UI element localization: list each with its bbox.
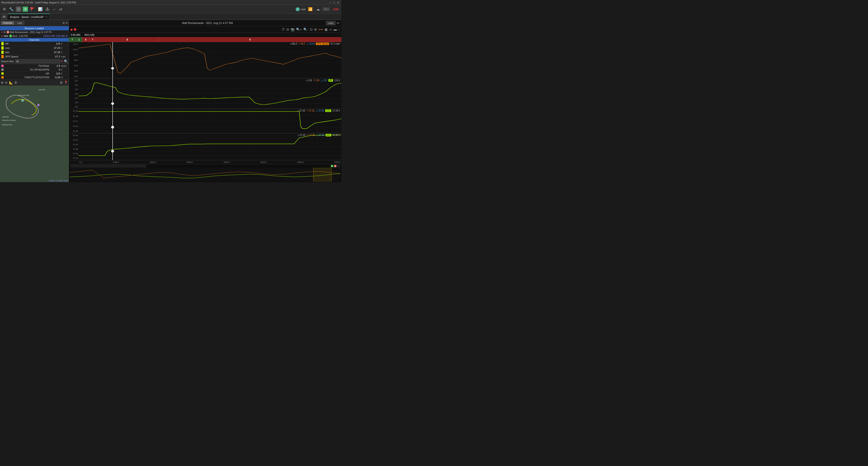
arrows-icon[interactable]: ↔ xyxy=(52,7,57,12)
ov-cb-12[interactable] xyxy=(105,165,108,167)
clock-icon[interactable]: ⏱ xyxy=(281,28,285,31)
pencil-icon[interactable]: ✏ xyxy=(337,21,340,25)
ov-cb-2[interactable] xyxy=(74,165,76,167)
ov-cb-23[interactable] xyxy=(141,165,143,167)
chart-toolbar-left: ◆ xyxy=(70,28,76,31)
search-clear-button[interactable]: ✕ xyxy=(61,60,63,63)
bar-chart-icon[interactable]: ▦ xyxy=(324,28,328,31)
ov-cb-4[interactable] xyxy=(80,165,83,167)
ov-cb-right-1[interactable] xyxy=(331,165,333,167)
ov-cb-3[interactable] xyxy=(77,165,79,167)
doc2-icon[interactable]: ③ xyxy=(23,6,28,12)
zoom-out-icon[interactable]: 🔍- xyxy=(303,28,309,31)
ov-cb-7[interactable] xyxy=(90,165,92,167)
session-2-remove[interactable]: ✕ xyxy=(1,35,3,37)
split2-icon[interactable]: ▬ xyxy=(333,28,337,31)
compare-icon[interactable]: ⇄ xyxy=(58,6,63,12)
search-submit-button[interactable]: 🔍 xyxy=(64,59,68,63)
minimize-button[interactable]: ─ xyxy=(329,1,332,4)
left-settings-icon[interactable]: ⚙ xyxy=(66,22,68,24)
svg-point-40 xyxy=(111,103,114,105)
map-layers-icon[interactable]: ⊞ xyxy=(60,81,63,84)
maximize-button[interactable]: □ xyxy=(333,1,336,4)
lap-6[interactable]: 6 xyxy=(83,37,89,42)
svg-text:Lime Ro: Lime Ro xyxy=(38,89,45,91)
map-settings-icon[interactable]: ⚙ xyxy=(14,81,17,84)
ov-cb-19[interactable] xyxy=(128,165,130,167)
hr-current-label: HR xyxy=(329,79,333,82)
cloud-icon: ☁ xyxy=(315,6,321,12)
map-zoom-out[interactable]: ⊖ xyxy=(5,81,8,84)
record-icon[interactable]: ◆ xyxy=(70,28,73,31)
session-1-remove[interactable]: ✕ xyxy=(1,31,3,33)
tab-analysis[interactable]: Analysis - Speed - LimeRockP ✕ xyxy=(8,13,50,20)
ov-cb-20[interactable] xyxy=(131,165,133,167)
sr-throttle-color xyxy=(1,76,4,79)
ov-cb-14[interactable] xyxy=(112,165,114,167)
wrench-icon[interactable]: 🔧 xyxy=(8,6,14,12)
flag-icon[interactable]: 🚩 xyxy=(29,6,36,12)
overview-mini-chart[interactable] xyxy=(70,168,340,181)
ov-cb-6[interactable] xyxy=(87,165,89,167)
zoom-in-icon[interactable]: 🔍+ xyxy=(296,28,302,31)
lap-8[interactable]: 8 xyxy=(96,37,159,42)
lap-7-green[interactable]: 7 xyxy=(69,37,76,42)
ov-cb-right-3[interactable] xyxy=(337,165,340,167)
ov-cb-21[interactable] xyxy=(134,165,136,167)
doc1-icon[interactable]: ② xyxy=(16,6,21,12)
svg-point-70 xyxy=(111,150,114,152)
channels-tab-button[interactable]: Channels xyxy=(1,21,14,25)
sr-hr-color xyxy=(1,72,4,75)
split3-icon[interactable]: ▫ xyxy=(338,28,340,31)
ov-cb-9[interactable] xyxy=(96,165,98,167)
ov-cb-10[interactable] xyxy=(99,165,101,167)
ov-cb-24[interactable] xyxy=(144,165,146,167)
session-2-eye[interactable]: 👁 xyxy=(66,35,68,37)
ov-cb-17[interactable] xyxy=(121,165,124,167)
ov-cb-1[interactable] xyxy=(71,165,73,167)
compare-cols-icon[interactable]: ⊟ xyxy=(286,28,289,31)
channel-HR-unit: # xyxy=(61,42,67,45)
laps-tab-button[interactable]: Laps xyxy=(15,21,24,25)
lap-1-green[interactable]: 1 xyxy=(76,37,83,42)
tab-all[interactable]: All xyxy=(1,13,7,20)
tab-analysis-close[interactable]: ✕ xyxy=(45,16,47,18)
hr-y-axis: 121 120 119 118 117 116 115 xyxy=(69,79,79,109)
app-title: RaceStudio3 (64 bit) 3.50.86 - build Fri… xyxy=(1,1,76,4)
search-input[interactable] xyxy=(16,59,60,63)
columns-icon[interactable]: ⊞ xyxy=(63,22,65,24)
map-pin-icon[interactable]: 📍 xyxy=(64,81,68,84)
skin-legend: ◁ 37.40 ▽ 37.35 △ 37.45 skin 37.35 # xyxy=(297,134,340,137)
session-2-number[interactable]: best xyxy=(3,35,8,37)
lap-9[interactable]: 9 xyxy=(159,37,341,42)
map-zoom-in[interactable]: ⊕ xyxy=(1,81,4,84)
zoom-fit-icon[interactable]: ⊡ xyxy=(309,28,313,31)
ov-cb-5[interactable] xyxy=(84,165,86,167)
ov-cb-right-2[interactable] xyxy=(334,165,336,167)
sr-pitchrate-unit: deg/s xyxy=(61,65,67,67)
ov-cb-18[interactable] xyxy=(125,165,127,167)
lap-7[interactable]: 7 xyxy=(89,37,96,42)
chart-toolbar: ◆ ⏱ ⊟ 📷 🔍+ 🔍- ⊡ ⊞ ⟺ ▦ ▭ ▬ ▫ xyxy=(69,26,341,33)
record-circle[interactable] xyxy=(74,28,76,31)
ov-cb-15[interactable] xyxy=(115,165,117,167)
ov-cb-11[interactable] xyxy=(102,165,105,167)
session-1-number[interactable]: 1 xyxy=(3,31,6,33)
measure-icon[interactable]: ⟺ xyxy=(318,28,323,31)
camera-icon[interactable]: 📷 xyxy=(290,28,295,31)
zoom-area-icon[interactable]: ⊞ xyxy=(314,28,317,31)
settings-icon[interactable]: ⚙ xyxy=(2,6,7,12)
close-button[interactable]: ✕ xyxy=(336,1,340,4)
laps-button[interactable]: Laps xyxy=(326,21,336,25)
ov-cb-8[interactable] xyxy=(93,165,95,167)
split1-icon[interactable]: ▭ xyxy=(329,28,333,31)
channel-HR-color xyxy=(1,42,4,45)
ov-cb-16[interactable] xyxy=(118,165,121,167)
gauge-icon[interactable]: 🕹 xyxy=(45,7,50,12)
ov-cb-13[interactable] xyxy=(109,165,111,167)
chart-icon[interactable]: 📊 xyxy=(37,6,43,12)
map-measure[interactable]: 📐 xyxy=(9,81,13,84)
ov-cb-22[interactable] xyxy=(137,165,140,167)
chart-area[interactable]: 110.0 100.0 90.0 80.0 70.0 60.0 50.0 xyxy=(69,42,341,164)
overview-bar xyxy=(69,164,341,182)
